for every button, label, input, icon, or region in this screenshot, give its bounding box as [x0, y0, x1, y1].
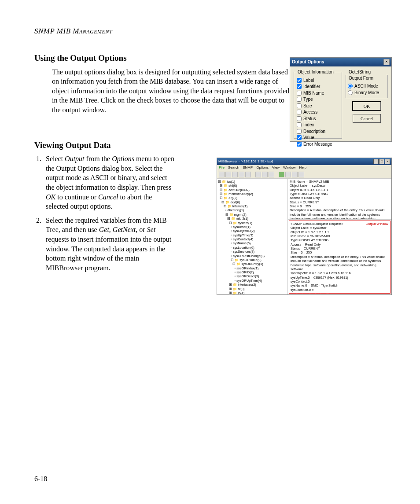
checkbox-label: Index [303, 122, 314, 128]
toolbar-icon[interactable] [279, 172, 284, 177]
toolbar-icon[interactable] [219, 172, 225, 177]
text-italic: Set [147, 226, 156, 233]
checkbox-input[interactable] [297, 116, 302, 121]
toolbar-icon[interactable] [292, 172, 298, 177]
list-item: Select the required variables from the M… [43, 216, 175, 273]
toolbar-icon[interactable] [298, 172, 304, 177]
close-icon[interactable]: × [385, 159, 390, 164]
radio-ascii-mode[interactable]: ASCII Mode [348, 83, 386, 89]
mibbrowser-window: MIBBrowser - [<192.168.1.99> iso] _□× Fi… [217, 158, 392, 295]
text: from the [85, 155, 112, 162]
output-window-label: Output Window [366, 222, 388, 226]
checkbox-input[interactable] [297, 91, 302, 96]
dialog-title: Output Options [292, 59, 324, 65]
section2-list: Select Output from the Options menu to o… [43, 154, 175, 272]
checkbox-label: Error Message [303, 141, 332, 147]
group-legend: Object Information [297, 69, 335, 75]
object-information-group: Object Information LabelIdentifierMIB Na… [294, 69, 342, 139]
menu-search[interactable]: Search [228, 166, 239, 169]
checkbox-input[interactable] [297, 129, 302, 134]
list-item: Select Output from the Options menu to o… [43, 154, 175, 211]
separator [252, 172, 254, 177]
app-title: MIBBrowser - [<192.168.1.99> iso] [218, 159, 273, 164]
text: , or [136, 226, 147, 233]
menu-window[interactable]: Window [283, 166, 295, 169]
radio-label: Binary Mode [354, 90, 379, 96]
text-italic: OK [46, 193, 55, 201]
octetstring-output-form-group: OctetString Output Form ASCII ModeBinary… [346, 69, 388, 98]
menu-help[interactable]: Help [299, 166, 306, 169]
toolbar-icon[interactable] [225, 172, 231, 177]
radio-binary-mode[interactable]: Binary Mode [348, 90, 386, 96]
checkbox-status[interactable]: Status [297, 116, 339, 122]
text: , [109, 226, 113, 233]
close-icon[interactable]: × [383, 59, 390, 65]
minimize-icon[interactable]: _ [373, 159, 379, 164]
text: to continue or [55, 193, 98, 201]
checkbox-label: Access [303, 109, 317, 115]
checkbox-label: Identifier [303, 84, 320, 90]
toolbar-icon[interactable] [239, 172, 244, 177]
toolbar-icon[interactable] [245, 172, 251, 177]
menu-options[interactable]: Options [256, 166, 269, 169]
checkbox-input[interactable] [297, 103, 302, 108]
checkbox-label[interactable]: Label [297, 77, 339, 84]
section1-body: The output options dialog box is designe… [52, 67, 290, 115]
menubar: FileSearchSNMPOptionsViewWindowHelp [217, 165, 391, 171]
checkbox-input[interactable] [297, 84, 302, 89]
dialog-titlebar[interactable]: Output Options × [290, 58, 391, 66]
radio-input[interactable] [348, 90, 353, 95]
text: requests to insert information into the … [46, 235, 171, 272]
toolbar-icon[interactable] [269, 172, 274, 177]
maximize-icon[interactable]: □ [379, 159, 384, 164]
checkbox-label: Value [303, 135, 314, 141]
text-italic: Output [65, 155, 84, 162]
checkbox-input[interactable] [297, 135, 302, 140]
page-header: SNMP MIB Management [34, 26, 392, 37]
checkbox-type[interactable]: Type [297, 96, 339, 103]
checkbox-label: Label [303, 77, 314, 84]
info-pane: MIB Name = SNMPv2-MIBObject Label = sysD… [288, 179, 391, 220]
checkbox-input[interactable] [297, 78, 302, 83]
checkbox-mib-name[interactable]: MIB Name [297, 90, 339, 96]
toolbar-icon[interactable] [232, 172, 238, 177]
checkbox-input[interactable] [297, 110, 302, 114]
group-legend: OctetString Output Form [348, 69, 386, 81]
output-options-dialog: Output Options × Object Information Labe… [290, 57, 392, 142]
mib-tree[interactable]: ⊟ 📁 iso(1) ⊞ 📁 std(0) ⊞ 📁 ccitt802(8802)… [217, 179, 288, 294]
checkbox-label: Type [303, 96, 313, 103]
app-titlebar[interactable]: MIBBrowser - [<192.168.1.99> iso] _□× [217, 158, 391, 165]
radio-label: ASCII Mode [354, 83, 378, 89]
checkbox-error-message[interactable]: Error Message [297, 141, 339, 147]
checkbox-index[interactable]: Index [297, 122, 339, 128]
section1-paragraph: The output options dialog box is designe… [52, 67, 290, 115]
checkbox-label: Description [303, 129, 325, 135]
text-italic: GetNext [113, 226, 136, 233]
toolbar-icon[interactable] [255, 172, 261, 177]
checkbox-input[interactable] [297, 122, 302, 127]
window-buttons: _□× [373, 159, 390, 164]
menu-snmp[interactable]: SNMP [243, 166, 253, 169]
toolbar [217, 171, 391, 179]
ok-button[interactable]: OK [353, 102, 381, 110]
checkbox-description[interactable]: Description [297, 129, 339, 135]
text-italic: Options [112, 155, 134, 162]
checkbox-value[interactable]: Value [297, 135, 339, 141]
checkbox-input[interactable] [297, 142, 302, 147]
checkbox-size[interactable]: Size [297, 103, 339, 109]
menu-view[interactable]: View [272, 166, 280, 169]
text-italic: Get [99, 226, 109, 233]
toolbar-icon[interactable] [262, 172, 268, 177]
checkbox-label: Status [303, 116, 316, 122]
cancel-button[interactable]: Cancel [353, 114, 381, 123]
checkbox-access[interactable]: Access [297, 109, 339, 115]
menu-file[interactable]: File [219, 166, 225, 169]
output-window-pane: Output Window <SNMP GetBulk-Request Requ… [289, 221, 391, 294]
separator [275, 172, 278, 177]
checkbox-input[interactable] [297, 97, 302, 102]
radio-input[interactable] [348, 84, 353, 88]
checkbox-identifier[interactable]: Identifier [297, 84, 339, 90]
text: Select [46, 155, 65, 162]
toolbar-icon[interactable] [285, 172, 291, 177]
text-italic: Cancel [98, 193, 118, 201]
